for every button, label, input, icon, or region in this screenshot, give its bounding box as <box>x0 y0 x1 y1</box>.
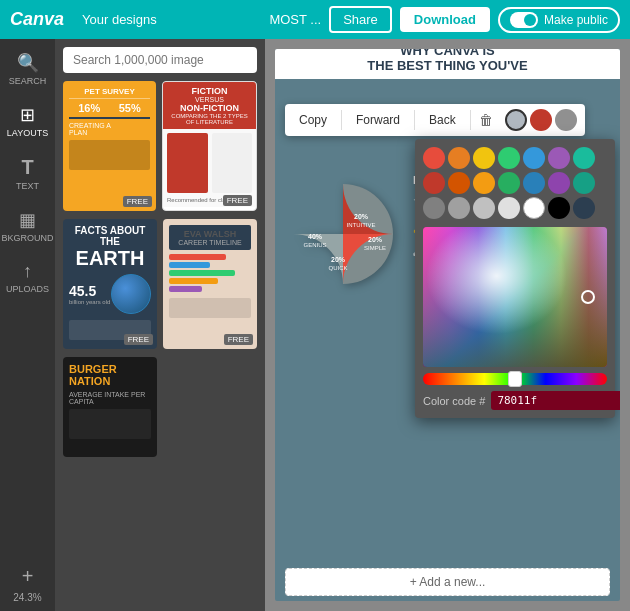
make-public-button[interactable]: Make public <box>498 7 620 33</box>
copy-button[interactable]: Copy <box>293 111 333 129</box>
separator-3 <box>470 110 471 130</box>
grid-swatch[interactable] <box>498 172 520 194</box>
color-swatch-darkgray[interactable] <box>555 109 577 131</box>
sidebar-item-search[interactable]: 🔍 SEARCH <box>0 44 55 94</box>
free-badge-3: FREE <box>124 334 153 345</box>
zoom-level: 24.3% <box>13 592 41 603</box>
grid-swatch[interactable] <box>573 197 595 219</box>
search-icon: 🔍 <box>17 52 39 74</box>
templates-panel: PET SURVEY 16%55% CREATING A PLAN FREE F… <box>55 39 265 611</box>
grid-swatch[interactable] <box>548 147 570 169</box>
svg-text:20%: 20% <box>368 236 383 243</box>
most-button[interactable]: MOST ... <box>269 12 321 27</box>
grid-swatch[interactable] <box>523 197 545 219</box>
grid-swatch[interactable] <box>548 197 570 219</box>
uploads-icon: ↑ <box>23 261 32 282</box>
template-preview-bars <box>69 140 150 170</box>
free-badge: FREE <box>123 196 152 207</box>
grid-swatch[interactable] <box>573 172 595 194</box>
earth-icon <box>111 274 151 314</box>
search-input[interactable] <box>63 47 257 73</box>
separator-2 <box>414 110 415 130</box>
grid-swatch[interactable] <box>473 197 495 219</box>
color-code-input[interactable] <box>491 391 620 410</box>
template-row-1: PET SURVEY 16%55% CREATING A PLAN FREE F… <box>63 81 257 211</box>
template-row-2: FACTS ABOUT THEEARTH 45.5 billion years … <box>63 219 257 349</box>
forward-button[interactable]: Forward <box>350 111 406 129</box>
grid-swatch[interactable] <box>523 147 545 169</box>
sidebar: 🔍 SEARCH ⊞ LAYOUTS T TEXT ▦ BKGROUND ↑ U… <box>0 39 55 611</box>
grid-swatch[interactable] <box>423 147 445 169</box>
free-badge-2: FREE <box>223 195 252 206</box>
main-area: 🔍 SEARCH ⊞ LAYOUTS T TEXT ▦ BKGROUND ↑ U… <box>0 39 630 611</box>
add-button[interactable]: + <box>22 565 34 588</box>
add-new-row[interactable]: + Add a new... <box>285 568 610 596</box>
pie-chart: 20% INTUITIVE 20% SIMPLE 20% QUICK 40% G… <box>283 174 403 294</box>
canvas-area: WHY CANVA IS THE BEST THING YOU'VE Copy … <box>265 39 630 611</box>
template-row-3: BURGERNATION AVERAGE INTAKE PER CAPITA <box>63 357 257 457</box>
color-code-label: Color code # <box>423 395 485 407</box>
svg-text:40%: 40% <box>308 233 323 240</box>
template-pet-survey[interactable]: PET SURVEY 16%55% CREATING A PLAN FREE <box>63 81 156 211</box>
color-swatch-red[interactable] <box>530 109 552 131</box>
background-icon: ▦ <box>19 209 36 231</box>
toggle-switch[interactable] <box>510 12 538 28</box>
hue-slider-wrap <box>423 373 607 385</box>
template-earth-facts[interactable]: FACTS ABOUT THEEARTH 45.5 billion years … <box>63 219 157 349</box>
sidebar-bottom: + 24.3% <box>13 565 41 611</box>
template-fiction[interactable]: FICTION VERSUS NON-FICTION COMPARING THE… <box>162 81 257 211</box>
layouts-icon: ⊞ <box>20 104 35 126</box>
back-button[interactable]: Back <box>423 111 462 129</box>
sidebar-item-text[interactable]: T TEXT <box>0 148 55 199</box>
share-button[interactable]: Share <box>329 6 392 33</box>
grid-swatch[interactable] <box>498 197 520 219</box>
header: Canva Your designs MOST ... Share Downlo… <box>0 0 630 39</box>
context-menu: Copy Forward Back 🗑 <box>285 104 585 136</box>
grid-swatch[interactable] <box>473 147 495 169</box>
grid-swatch[interactable] <box>423 197 445 219</box>
svg-text:QUICK: QUICK <box>328 265 347 271</box>
logo: Canva <box>10 9 64 30</box>
sidebar-item-background[interactable]: ▦ BKGROUND <box>0 201 55 251</box>
sidebar-item-uploads[interactable]: ↑ UPLOADS <box>0 253 55 302</box>
separator <box>341 110 342 130</box>
grid-swatch[interactable] <box>523 172 545 194</box>
gradient-overlay <box>423 227 607 367</box>
svg-text:GENIUS: GENIUS <box>303 242 326 248</box>
grid-swatch[interactable] <box>548 172 570 194</box>
svg-text:20%: 20% <box>331 256 346 263</box>
hue-thumb[interactable] <box>508 371 522 387</box>
sidebar-item-layouts[interactable]: ⊞ LAYOUTS <box>0 96 55 146</box>
svg-text:INTUITIVE: INTUITIVE <box>346 222 375 228</box>
color-grid <box>423 147 607 219</box>
text-icon: T <box>21 156 33 179</box>
grid-swatch[interactable] <box>573 147 595 169</box>
hue-slider[interactable] <box>423 373 607 385</box>
grid-swatch[interactable] <box>448 172 470 194</box>
empty-slot <box>163 357 257 457</box>
your-designs-nav[interactable]: Your designs <box>82 12 157 27</box>
grid-swatch[interactable] <box>498 147 520 169</box>
template-eva-walsh[interactable]: EVA WALSH CAREER TIMELINE FREE <box>163 219 257 349</box>
grid-swatch[interactable] <box>473 172 495 194</box>
infographic-title: WHY CANVA IS THE BEST THING YOU'VE <box>275 49 620 79</box>
color-code-row: Color code # <box>423 391 607 410</box>
color-swatch-gray[interactable] <box>505 109 527 131</box>
download-button[interactable]: Download <box>400 7 490 32</box>
color-picker-panel: Color code # <box>415 139 615 418</box>
svg-text:20%: 20% <box>354 213 369 220</box>
grid-swatch[interactable] <box>448 197 470 219</box>
canvas-content: WHY CANVA IS THE BEST THING YOU'VE Copy … <box>275 49 620 601</box>
gradient-picker[interactable] <box>423 227 607 367</box>
svg-text:SIMPLE: SIMPLE <box>364 245 386 251</box>
pie-chart-area: 20% INTUITIVE 20% SIMPLE 20% QUICK 40% G… <box>283 174 403 330</box>
delete-icon[interactable]: 🗑 <box>479 112 493 128</box>
template-burger-nation[interactable]: BURGERNATION AVERAGE INTAKE PER CAPITA <box>63 357 157 457</box>
grid-swatch[interactable] <box>423 172 445 194</box>
free-badge-4: FREE <box>224 334 253 345</box>
grid-swatch[interactable] <box>448 147 470 169</box>
